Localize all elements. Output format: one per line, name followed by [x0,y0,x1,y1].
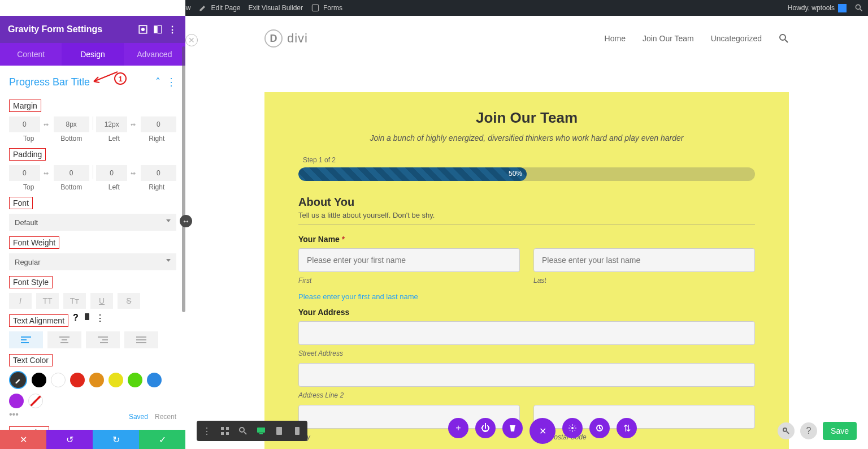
trash-button[interactable] [502,418,523,438]
magnify-button[interactable] [778,422,795,439]
svg-rect-15 [259,433,263,434]
sidebar-actions: ✕ ↺ ↻ ✓ [0,430,185,449]
svg-rect-14 [257,428,265,433]
tool-zoom[interactable] [235,423,251,439]
font-weight-select[interactable]: Regular [9,253,176,270]
tab-design[interactable]: Design [62,43,123,66]
redo-button[interactable]: ↻ [93,430,139,449]
nav-join[interactable]: Join Our Team [643,34,694,43]
tool-desktop[interactable] [253,423,269,439]
link-icon[interactable]: ⇹ [129,116,137,132]
saved-colors-tab[interactable]: Saved [129,413,148,421]
margin-top-input[interactable] [9,116,40,132]
font-style-buttons: I TT Tᴛ U S [9,293,176,309]
swatch-orange[interactable] [89,373,104,387]
help-button[interactable]: ? [800,422,817,439]
tool-tablet[interactable] [271,423,287,439]
address2-hint: Address Line 2 [298,391,755,399]
uppercase-button[interactable]: TT [36,293,59,309]
more-colors-icon[interactable]: ••• [9,412,19,417]
padding-right-input[interactable] [141,165,176,181]
align-left-button[interactable] [9,331,43,348]
margin-right-input[interactable] [141,116,176,132]
svg-rect-12 [226,432,229,435]
forms-menu[interactable]: Forms [311,3,342,12]
swatch-green[interactable] [128,373,142,387]
close-module-button[interactable]: ✕ [185,34,198,46]
swatch-none[interactable] [28,394,43,408]
link-icon[interactable]: ⇹ [42,116,50,132]
tool-wireframe[interactable] [217,423,233,439]
save-button[interactable]: Save [823,422,857,440]
italic-button[interactable]: I [9,293,32,309]
strikethrough-button[interactable]: S [118,293,140,309]
align-kebab-icon[interactable]: ⋮ [96,313,105,323]
step-label: Step 1 of 2 [298,156,755,164]
nav-search-icon[interactable] [779,33,789,44]
builder-right-actions: ? Save [778,422,857,440]
street-input[interactable] [298,321,755,345]
align-right-button[interactable] [86,331,120,348]
swatch-red[interactable] [70,373,85,387]
nav-uncat[interactable]: Uncategorized [711,34,762,43]
font-select[interactable]: Default [9,214,176,231]
power-button[interactable]: ⏻ [475,418,496,438]
tab-content[interactable]: Content [0,43,62,66]
kebab-icon[interactable]: ⋮ [167,24,177,34]
padding-top-input[interactable] [9,165,40,181]
undo-button[interactable]: ↺ [46,430,93,449]
smallcaps-button[interactable]: Tᴛ [63,293,86,309]
swatch-yellow[interactable] [108,373,123,387]
recent-colors-tab[interactable]: Recent [155,413,176,421]
tab-advanced[interactable]: Advanced [124,43,185,66]
swap-button[interactable]: ⇅ [617,418,637,438]
last-name-input[interactable] [533,248,755,272]
device-icon[interactable] [83,313,91,323]
builder-center-actions: + ⏻ ✕ ⇅ [448,418,637,444]
panel-icon[interactable] [153,24,163,34]
howdy-user[interactable]: Howdy, wptools [788,4,847,12]
add-button[interactable]: + [448,418,468,438]
confirm-button[interactable]: ✓ [139,430,185,449]
link-icon[interactable]: ⇹ [42,165,50,181]
tool-phone[interactable] [289,423,305,439]
label-margin: Margin [9,100,41,112]
address2-input[interactable] [298,363,755,387]
section-progress-bar-title[interactable]: Progress Bar Title ˄ ⋮ [9,76,176,88]
link-icon[interactable]: ⇹ [129,165,137,181]
progress-bar: 50% [298,167,755,181]
resize-handle[interactable]: ↔ [180,215,192,227]
section-kebab-icon[interactable]: ⋮ [166,76,176,88]
help-icon[interactable]: ? [73,313,79,323]
expand-icon[interactable] [138,24,148,34]
underline-button[interactable]: U [90,293,113,309]
first-name-input[interactable] [298,248,520,272]
padding-left-input[interactable] [96,165,127,181]
adminbar-search[interactable] [854,3,863,12]
swatch-black[interactable] [32,373,46,387]
cancel-button[interactable]: ✕ [0,430,46,449]
edit-page[interactable]: Edit Page [198,3,240,12]
close-builder-button[interactable]: ✕ [530,418,555,444]
svg-rect-9 [221,427,224,430]
exit-vb[interactable]: Exit Visual Builder [249,4,303,12]
tool-kebab[interactable]: ⋮ [199,423,215,439]
swatch-blue[interactable] [147,373,162,387]
nav-home[interactable]: Home [605,34,626,43]
chevron-up-icon[interactable]: ˄ [155,76,160,88]
color-picker-button[interactable] [9,371,27,389]
label-font-style: Font Style [9,276,53,288]
align-center-button[interactable] [47,331,81,348]
brand-text: divi [287,31,308,46]
history-button[interactable] [589,418,610,438]
main-canvas: ✕ D divi Home Join Our Team Uncategorize… [185,16,868,449]
align-justify-button[interactable] [124,331,158,348]
settings-button[interactable] [562,418,583,438]
padding-bottom-input[interactable] [54,165,89,181]
swatch-white[interactable] [51,373,66,387]
site-logo[interactable]: D divi [264,29,308,48]
swatch-purple[interactable] [9,394,24,408]
annotation-number: 1 [114,72,127,85]
margin-bottom-input[interactable] [54,116,89,132]
margin-left-input[interactable] [96,116,127,132]
